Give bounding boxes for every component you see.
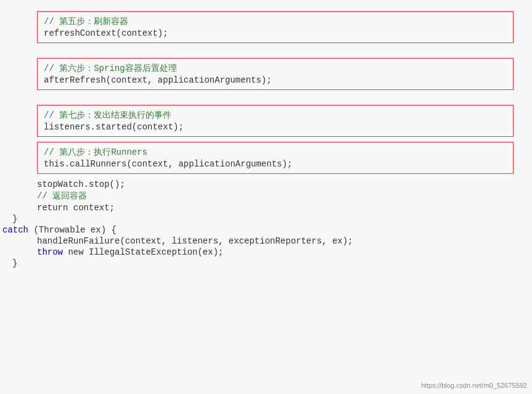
step7-code-line: listeners.started(context); (44, 121, 507, 133)
step8-section: // 第八步：执行Runners this.callRunners(contex… (37, 142, 514, 174)
handle-run-failure-code: handleRunFailure(context, listeners, exc… (37, 236, 353, 246)
step5-comment-line: // 第五步：刷新容器 (44, 15, 507, 28)
throw-rest: new IllegalStateException(ex); (63, 247, 223, 257)
step7-comment: // 第七步：发出结束执行的事件 (44, 110, 171, 121)
stopwatch-line: stopWatch.stop(); (0, 179, 532, 190)
handle-run-failure-line: handleRunFailure(context, listeners, exc… (0, 236, 532, 247)
step6-code-line: afterRefresh(context, applicationArgumen… (44, 75, 507, 86)
try-brace-text: } (12, 214, 17, 224)
step5-code-line: refreshContext(context); (44, 28, 507, 39)
catch-brace-text: } (12, 258, 17, 268)
stopwatch-code: stopWatch.stop(); (37, 179, 125, 189)
step7-code: listeners.started(context); (44, 122, 184, 132)
step6-section: // 第六步：Spring容器后置处理 afterRefresh(context… (37, 58, 514, 90)
step5-comment: // 第五步：刷新容器 (44, 16, 128, 27)
try-close-brace: } (0, 213, 532, 224)
return-comment-line: // 返回容器 (0, 190, 532, 202)
step6-comment: // 第六步：Spring容器后置处理 (44, 63, 177, 74)
step8-code-line: this.callRunners(context, applicationArg… (44, 158, 507, 170)
step5-section: // 第五步：刷新容器 refreshContext(context); (37, 11, 514, 43)
step7-comment-line: // 第七步：发出结束执行的事件 (44, 109, 507, 121)
throw-keyword: throw (37, 247, 63, 257)
step6-comment-line: // 第六步：Spring容器后置处理 (44, 62, 507, 75)
step7-section: // 第七步：发出结束执行的事件 listeners.started(conte… (37, 105, 514, 137)
step8-comment: // 第八步：执行Runners (44, 147, 147, 158)
step6-code: afterRefresh(context, applicationArgumen… (44, 75, 272, 85)
code-container: // 第五步：刷新容器 refreshContext(context); // … (0, 0, 532, 394)
catch-params: (Throwable ex) { (28, 225, 117, 235)
watermark: https://blog.csdn.net/m0_52675592 (421, 382, 527, 389)
catch-keyword: catch (2, 225, 28, 235)
step8-comment-line: // 第八步：执行Runners (44, 146, 507, 158)
step5-code: refreshContext(context); (44, 28, 168, 38)
throw-line: throw new IllegalStateException(ex); (0, 247, 532, 258)
return-code: return context; (37, 203, 115, 213)
return-line: return context; (0, 202, 532, 213)
catch-line: catch (Throwable ex) { (0, 224, 532, 236)
step8-code: this.callRunners(context, applicationArg… (44, 159, 292, 169)
catch-close-brace: } (0, 258, 532, 269)
return-comment: // 返回容器 (37, 191, 87, 202)
